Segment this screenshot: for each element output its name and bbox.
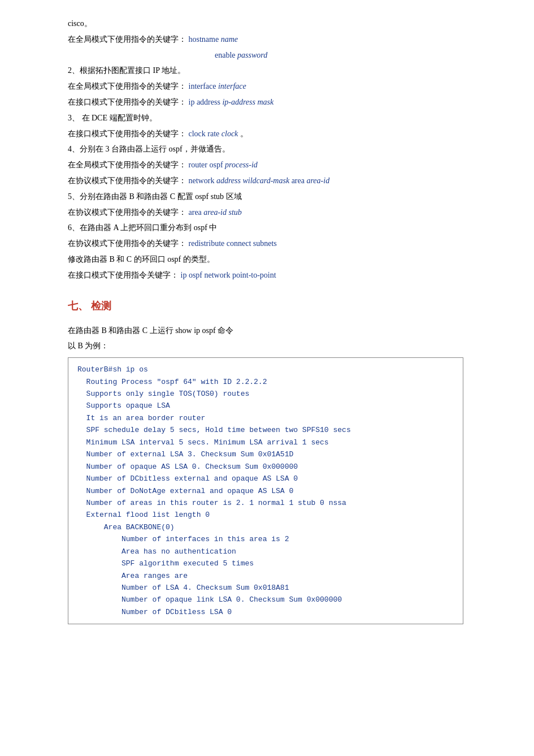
code-line-19: Number of opaque link LSA 0. Checksum Su…: [77, 594, 454, 606]
code-line-12: External flood list length 0: [77, 509, 454, 521]
section7-header: 七、 检测: [68, 299, 500, 313]
code-line-3: Supports opaque LSA: [77, 400, 454, 412]
line-redistribute: 在协议模式下使用指令的关键字： redistribute connect sub…: [68, 237, 500, 250]
line-step6: 6、在路由器 A 上把环回口重分布到 ospf 中: [68, 221, 500, 235]
line-network: 在协议模式下使用指令的关键字： network address wildcard…: [68, 174, 500, 188]
code-line-9: Number of DCbitless external and opaque …: [77, 473, 454, 485]
line-clock-rate: 在接口模式下使用指令的关键字： clock rate clock 。: [68, 127, 500, 141]
code-line-4: It is an area border router: [77, 412, 454, 424]
line-step3: 3、 在 DCE 端配置时钟。: [68, 111, 500, 125]
line-step4: 4、分别在 3 台路由器上运行 ospf，并做通告。: [68, 142, 500, 156]
detection-intro-line1: 在路由器 B 和路由器 C 上运行 show ip ospf 命令: [68, 324, 500, 338]
code-line-17: Area ranges are: [77, 570, 454, 582]
code-line-2: Supports only single TOS(TOS0) routes: [77, 388, 454, 400]
main-content: cisco。 在全局模式下使用指令的关键字： hostname name ena…: [68, 17, 500, 624]
code-line-16: SPF algorithm executed 5 times: [77, 558, 454, 569]
detection-intro-line2: 以 B 为例：: [68, 339, 500, 353]
code-line-7: Number of external LSA 3. Checksum Sum 0…: [77, 448, 454, 460]
code-line-5: SPF schedule delay 5 secs, Hold time bet…: [77, 424, 454, 436]
code-line-1: Routing Process "ospf 64" with ID 2.2.2.…: [77, 376, 454, 388]
code-line-18: Number of LSA 4. Checksum Sum 0x018A81: [77, 582, 454, 594]
code-line-11: Number of areas in this router is 2. 1 n…: [77, 497, 454, 509]
intro-section: cisco。 在全局模式下使用指令的关键字： hostname name ena…: [68, 17, 500, 282]
code-line-0: RouterB#sh ip os: [77, 364, 454, 375]
line-step5: 5、分别在路由器 B 和路由器 C 配置 ospf stub 区域: [68, 190, 500, 204]
code-line-10: Number of DoNotAge external and opaque A…: [77, 485, 454, 497]
code-line-6: Minimum LSA interval 5 secs. Minimum LSA…: [77, 437, 454, 448]
code-line-13: Area BACKBONE(0): [77, 521, 454, 533]
detection-intro: 在路由器 B 和路由器 C 上运行 show ip ospf 命令 以 B 为例…: [68, 324, 500, 353]
code-line-20: Number of DCbitless LSA 0: [77, 606, 454, 618]
line-ip-address: 在接口模式下使用指令的关键字： ip address ip-address ma…: [68, 96, 500, 109]
line-step2: 2、根据拓扑图配置接口 IP 地址。: [68, 64, 500, 77]
code-line-15: Area has no authentication: [77, 546, 454, 558]
code-line-14: Number of interfaces in this area is 2: [77, 533, 454, 545]
line-loopback-modify: 修改路由器 B 和 C 的环回口 ospf 的类型。: [68, 253, 500, 266]
line-area-stub: 在协议模式下使用指令的关键字： area area-id stub: [68, 206, 500, 219]
line-hostname: 在全局模式下使用指令的关键字： hostname name: [68, 33, 500, 46]
line-cisco: cisco。: [68, 17, 500, 31]
line-enable: enable password: [68, 49, 500, 62]
code-line-8: Number of opaque AS LSA 0. Checksum Sum …: [77, 461, 454, 473]
code-output-box: RouterB#sh ip os Routing Process "ospf 6…: [68, 357, 463, 624]
line-router-ospf: 在全局模式下使用指令的关键字： router ospf process-id: [68, 158, 500, 172]
line-ospf-network: 在接口模式下使用指令关键字： ip ospf network point-to-…: [68, 269, 500, 282]
line-interface-global: 在全局模式下使用指令的关键字： interface interface: [68, 80, 500, 93]
